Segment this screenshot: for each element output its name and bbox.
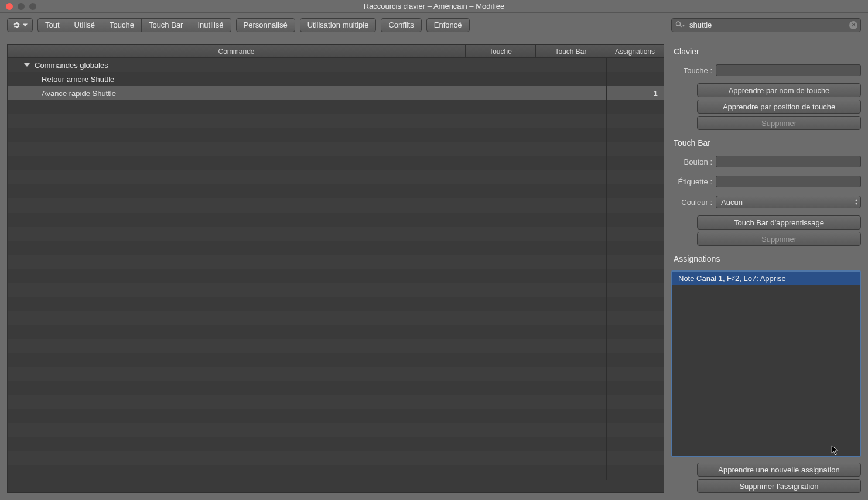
col-key[interactable]: Touche xyxy=(466,45,536,57)
learn-touchbar-button[interactable]: Touch Bar d’apprentissage xyxy=(697,215,861,230)
row-command: Avance rapide Shuttle xyxy=(42,89,116,98)
empty-row xyxy=(8,297,664,311)
gear-icon xyxy=(12,21,20,29)
gear-menu-button[interactable] xyxy=(7,18,33,32)
toolbar: Tout Utilisé Touche Touch Bar Inutilisé … xyxy=(0,13,868,37)
title-bar: Raccourcis clavier – Américain – Modifié… xyxy=(0,0,868,13)
empty-row xyxy=(8,114,664,128)
empty-row xyxy=(8,353,664,367)
col-touchbar[interactable]: Touch Bar xyxy=(536,45,606,57)
empty-row xyxy=(8,465,664,480)
empty-row xyxy=(8,100,664,114)
window-title: Raccourcis clavier – Américain – Modifié… xyxy=(364,2,505,11)
filter-inutilise[interactable]: Inutilisé xyxy=(190,18,231,32)
assignment-item[interactable]: Note Canal 1, F♯2, Lo7: Apprise xyxy=(672,272,860,285)
svg-line-1 xyxy=(680,25,682,27)
touchbar-color-select[interactable]: Aucun ▴▾ xyxy=(716,196,861,208)
assignments-list[interactable]: Note Canal 1, F♯2, Lo7: Apprise xyxy=(671,270,861,457)
empty-row xyxy=(8,227,664,241)
delete-key-button[interactable]: Supprimer xyxy=(697,116,861,130)
search-clear-button[interactable]: ✕ xyxy=(849,21,857,29)
table-row[interactable]: Avance rapide Shuttle 1 xyxy=(8,86,664,100)
inspector-panel: Clavier Touche : Apprendre par nom de to… xyxy=(671,44,861,493)
empty-row xyxy=(8,184,664,198)
table-row[interactable]: Retour arrière Shuttle xyxy=(8,72,664,86)
chevron-down-icon xyxy=(23,23,28,27)
window-controls xyxy=(6,3,36,10)
search-icon xyxy=(675,20,682,29)
section-title-assignments: Assignations xyxy=(671,252,861,265)
filter-touchbar[interactable]: Touch Bar xyxy=(142,18,191,32)
filter-utilise[interactable]: Utilisé xyxy=(67,18,102,32)
search-field-wrap: ▾ ✕ xyxy=(671,18,861,32)
key-label: Touche : xyxy=(671,66,712,75)
empty-row xyxy=(8,437,664,451)
delete-assignment-button[interactable]: Supprimer l’assignation xyxy=(697,479,861,493)
empty-row xyxy=(8,255,664,269)
filter-enfonce[interactable]: Enfoncé xyxy=(426,18,470,32)
section-title-touchbar: Touch Bar xyxy=(671,136,861,149)
col-assignments[interactable]: Assignations xyxy=(606,45,664,57)
table-body[interactable]: Commandes globales Retour arrière Shuttl… xyxy=(8,58,664,492)
filter-conflits[interactable]: Conflits xyxy=(381,18,421,32)
empty-row xyxy=(8,170,664,184)
search-input[interactable] xyxy=(671,18,861,32)
svg-point-0 xyxy=(676,22,681,26)
delete-touchbar-button[interactable]: Supprimer xyxy=(697,232,861,246)
empty-row xyxy=(8,395,664,409)
filter-utilisation-multiple[interactable]: Utilisation multiple xyxy=(300,18,377,32)
section-title-keyboard: Clavier xyxy=(671,44,861,57)
learn-key-position-button[interactable]: Apprendre par position de touche xyxy=(697,100,861,114)
touchbar-color-value: Aucun xyxy=(721,198,743,207)
touchbar-button-label: Bouton : xyxy=(671,157,712,166)
table-header: Commande Touche Touch Bar Assignations xyxy=(8,45,664,58)
filter-segmented-control: Tout Utilisé Touche Touch Bar Inutilisé xyxy=(37,18,231,32)
key-input[interactable] xyxy=(716,64,861,76)
touchbar-button-input[interactable] xyxy=(716,156,861,167)
touchbar-tag-input[interactable] xyxy=(716,176,861,187)
touchbar-tag-label: Étiquette : xyxy=(671,177,712,186)
empty-row xyxy=(8,339,664,353)
empty-row xyxy=(8,269,664,283)
empty-row xyxy=(8,241,664,255)
empty-row xyxy=(8,423,664,437)
empty-row xyxy=(8,381,664,395)
content-area: Commande Touche Touch Bar Assignations C… xyxy=(0,37,868,500)
learn-new-assignment-button[interactable]: Apprendre une nouvelle assignation xyxy=(697,463,861,477)
group-label: Commandes globales xyxy=(35,61,108,70)
empty-row xyxy=(8,409,664,423)
empty-row xyxy=(8,283,664,297)
row-command: Retour arrière Shuttle xyxy=(42,75,114,84)
commands-table: Commande Touche Touch Bar Assignations C… xyxy=(7,44,664,493)
row-assignments: 1 xyxy=(654,89,658,98)
table-group-row[interactable]: Commandes globales xyxy=(8,58,664,72)
learn-key-name-button[interactable]: Apprendre par nom de touche xyxy=(697,83,861,97)
filter-touche[interactable]: Touche xyxy=(102,18,142,32)
empty-row xyxy=(8,128,664,142)
empty-row xyxy=(8,367,664,381)
empty-row xyxy=(8,156,664,170)
empty-row xyxy=(8,198,664,213)
maximize-window-button[interactable] xyxy=(29,3,36,10)
minimize-window-button[interactable] xyxy=(18,3,25,10)
filter-personnalise[interactable]: Personnalisé xyxy=(236,18,295,32)
empty-row xyxy=(8,325,664,339)
filter-tout[interactable]: Tout xyxy=(37,18,67,32)
empty-row xyxy=(8,311,664,325)
search-scope-chevron-icon[interactable]: ▾ xyxy=(682,22,685,28)
close-window-button[interactable] xyxy=(6,3,13,10)
empty-row xyxy=(8,213,664,227)
col-command[interactable]: Commande xyxy=(8,45,466,57)
empty-row xyxy=(8,142,664,156)
touchbar-color-label: Couleur : xyxy=(671,198,712,207)
select-chevrons-icon: ▴▾ xyxy=(855,198,857,206)
disclosure-triangle-icon[interactable] xyxy=(24,63,30,67)
empty-row xyxy=(8,451,664,465)
